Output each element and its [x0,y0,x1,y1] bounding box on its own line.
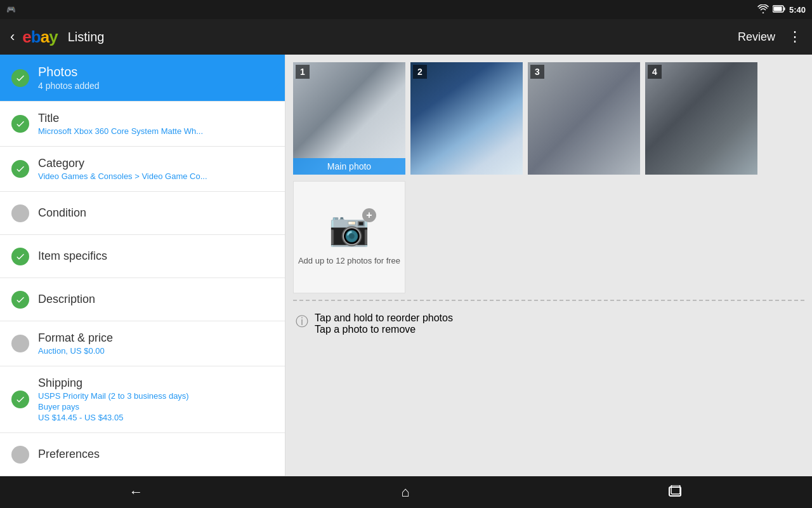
sidebar-item-title[interactable]: Title Microsoft Xbox 360 Core System Mat… [0,102,285,147]
sidebar-item-item-specifics[interactable]: Item specifics [0,235,285,278]
clock: 5:40 [789,5,806,15]
title-subtitle: Microsoft Xbox 360 Core System Matte Wh.… [38,126,273,136]
svg-rect-1 [783,7,785,10]
condition-title: Condition [38,206,273,220]
add-photo-text: Add up to 12 photos for free [298,256,400,265]
preferences-content: Preferences [38,448,273,461]
item-specifics-title: Item specifics [38,250,273,263]
title-title: Title [38,112,273,125]
title-content: Title Microsoft Xbox 360 Core System Mat… [38,112,273,136]
status-left: 🎮 [6,5,16,14]
sidebar-item-shipping[interactable]: Shipping USPS Priority Mail (2 to 3 busi… [0,366,285,433]
photos-check [11,69,29,87]
plus-badge: + [362,208,376,222]
add-photo-button[interactable]: 📷 + Add up to 12 photos for free [293,181,405,293]
condition-check [11,204,29,222]
shipping-check [11,391,29,408]
photo-badge-3: 3 [530,65,544,79]
bottom-nav: ← ⌂ [0,476,812,508]
status-bar: 🎮 5:40 [0,0,812,19]
shipping-content: Shipping USPS Priority Mail (2 to 3 busi… [38,377,273,422]
condition-content: Condition [38,206,273,220]
category-subtitle: Video Games & Consoles > Video Game Co..… [38,171,273,181]
preferences-title: Preferences [38,448,273,461]
ebay-b: b [31,27,41,46]
app-bar-title: Listing [68,30,105,44]
sidebar-item-description[interactable]: Description [0,278,285,321]
sidebar-item-condition[interactable]: Condition [0,192,285,235]
app-bar-right: Review ⋮ [738,29,802,45]
app-bar-left: ‹ ebay Listing [10,27,104,47]
info-icon: ⓘ [296,313,308,330]
more-options-icon[interactable]: ⋮ [788,29,802,45]
ebay-a: a [41,27,49,46]
shipping-subtitle2: Buyer pays [38,402,273,411]
format-price-content: Format & price Auction, US $0.00 [38,331,273,356]
item-specifics-check [11,248,29,265]
photos-subtitle: 4 photos added [38,81,266,91]
sidebar-item-photos[interactable]: Photos 4 photos added [0,55,285,102]
status-right: 5:40 [757,4,806,15]
shipping-subtitle3: US $14.45 - US $43.05 [38,413,273,422]
category-check [11,160,29,178]
photo-thumb-3[interactable]: 3 [528,62,640,175]
photo-thumb-4[interactable]: 4 [645,62,757,175]
ebay-e: e [22,27,30,46]
divider [293,300,804,301]
description-check [11,291,29,309]
category-content: Category Video Games & Consoles > Video … [38,157,273,181]
photo-thumb-1[interactable]: 1 Main photo [293,62,405,175]
photo-badge-1: 1 [296,65,310,79]
sidebar: Photos 4 photos added Title Microsoft Xb… [0,55,285,476]
recents-button[interactable] [668,483,683,502]
hint-text: Tap and hold to reorder photos Tap a pho… [315,312,453,335]
sidebar-item-preferences[interactable]: Preferences [0,433,285,476]
shipping-title: Shipping [38,377,273,390]
back-chevron[interactable]: ‹ [10,29,15,45]
photo-thumb-2[interactable]: 2 [410,62,523,175]
sidebar-item-category[interactable]: Category Video Games & Consoles > Video … [0,147,285,192]
hint-row: ⓘ Tap and hold to reorder photos Tap a p… [293,307,804,340]
photo-badge-2: 2 [413,65,427,79]
app-icon: 🎮 [6,5,16,14]
format-price-title: Format & price [38,331,273,345]
battery-icon [773,5,785,15]
title-check [11,115,29,133]
format-price-subtitle: Auction, US $0.00 [38,346,273,356]
format-price-check [11,335,29,352]
hint-2: Tap a photo to remove [315,324,453,335]
review-button[interactable]: Review [738,30,775,44]
back-button[interactable]: ← [129,484,143,500]
shipping-subtitle: USPS Priority Mail (2 to 3 business days… [38,391,273,401]
photos-content: Photos 4 photos added [38,65,266,91]
photos-grid-row2: 📷 + Add up to 12 photos for free [293,181,804,293]
wifi-icon [757,4,769,15]
hint-1: Tap and hold to reorder photos [315,312,453,324]
main-photo-label: Main photo [293,158,405,175]
preferences-check [11,446,29,464]
photos-grid: 1 Main photo 2 3 4 [293,62,804,175]
app-bar: ‹ ebay Listing Review ⋮ [0,19,812,55]
home-button[interactable]: ⌂ [401,484,409,500]
content-area: 1 Main photo 2 3 4 📷 + A [285,55,812,476]
category-title: Category [38,157,273,170]
sidebar-item-format-price[interactable]: Format & price Auction, US $0.00 [0,321,285,366]
ebay-y: y [49,27,57,46]
description-title: Description [38,293,273,306]
description-content: Description [38,293,273,306]
main-layout: Photos 4 photos added Title Microsoft Xb… [0,55,812,476]
photo-badge-4: 4 [648,65,662,79]
svg-rect-2 [773,6,782,11]
camera-icon-wrap: 📷 + [329,210,370,248]
item-specifics-content: Item specifics [38,250,273,263]
ebay-logo: ebay [22,27,57,47]
active-arrow [273,67,285,90]
photos-title: Photos [38,65,266,79]
